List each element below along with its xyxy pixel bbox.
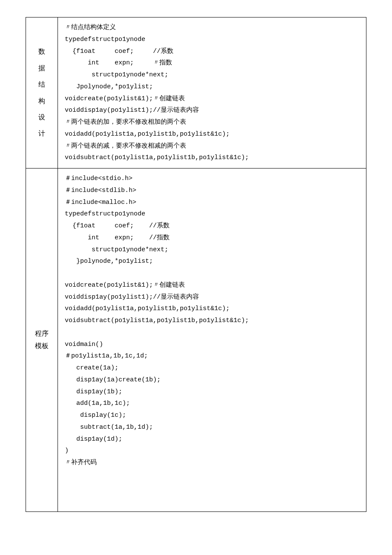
code-line: voidadd(po1ylist1a,po1ylist1b,po1ylist&1…	[65, 305, 230, 312]
bottom-spacer	[65, 469, 359, 507]
row2-content-cell: ＃include<stdio.h> ＃include<stdlib.h> ＃in…	[58, 169, 366, 512]
code-line: ＃include<stdio.h>	[65, 175, 133, 182]
label-char: 据	[31, 60, 52, 76]
label-char: 程序	[31, 328, 52, 340]
code-line: }polynode,*po1ylist;	[65, 258, 153, 265]
code-line: int expn; 〃指数	[65, 59, 172, 67]
code-line: voidcreate(po1ylist&1);〃创建链表	[65, 282, 185, 289]
code-line: voidcreate(po1ylist&1);〃创建链表	[65, 95, 185, 102]
code-line: 〃两个链表的加，要求不修改相加的两个表	[65, 119, 186, 126]
code-line: voiddisp1ay(po1ylist1);//显示链表内容	[65, 293, 199, 301]
label-char: 模板	[31, 340, 52, 352]
code-line: structpo1ynode*next;	[65, 246, 168, 253]
content-table: 数 据 结 构 设 计 〃结点结构体定义 typedefstructpo1yno…	[26, 17, 366, 512]
code-line: disp1ay(1b);	[65, 388, 122, 395]
code-line: disp1ay(1a)create(1b);	[65, 376, 161, 384]
code-line: voidsubtract(po1ylist1a,po1ylist1b,po1yl…	[65, 317, 249, 324]
code-line: voidsubtract(po1ylist1a,po1ylist1b,po1yl…	[65, 154, 249, 161]
code-line: display(1c);	[65, 412, 126, 419]
row2-label-cell: 程序 模板	[26, 169, 58, 512]
code-line: add(1a,1b,1c);	[65, 400, 130, 407]
code-line: typedefstructpo1ynode	[65, 36, 145, 43]
code-line: subtract(1a,1b,1d);	[65, 424, 153, 431]
label-char: 构	[31, 93, 52, 109]
label-char: 计	[31, 125, 52, 142]
code-line: ＃po1ylist1a,1b,1c,1d;	[65, 352, 148, 360]
code-line: ＃include<malloc.h>	[65, 199, 136, 206]
row1-label-cell: 数 据 结 构 设 计	[26, 17, 58, 169]
code-line: create(1a);	[65, 364, 118, 372]
code-line: typedefstructpo1ynode	[65, 210, 145, 218]
label-char: 设	[31, 109, 52, 125]
code-line: voidadd(po1ylist1a,po1ylist1b,po1ylist&1…	[65, 131, 230, 138]
code-line: disp1ay(1d);	[65, 436, 122, 443]
code-line: voiddisp1ay(po1ylist1);//显示链表内容	[65, 107, 199, 114]
table-row: 程序 模板 ＃include<stdio.h> ＃include<stdlib.…	[26, 169, 366, 512]
code-line: {f1oat coef; //系数	[65, 222, 170, 230]
code-line: structpo1ynode*next;	[65, 71, 168, 78]
code-line: {f1oat coef; //系数	[65, 48, 173, 55]
row1-content-cell: 〃结点结构体定义 typedefstructpo1ynode {f1oat co…	[58, 17, 366, 169]
code-line: Jpolynode,*po1ylist;	[65, 83, 153, 90]
label-char: 数	[31, 44, 52, 60]
label-char: 结	[31, 76, 52, 93]
document-page: 数 据 结 构 设 计 〃结点结构体定义 typedefstructpo1yno…	[26, 17, 366, 512]
code-line: 〃两个链表的减，要求不修改相减的两个表	[65, 142, 186, 150]
code-line: voidmain()	[65, 341, 103, 348]
table-row: 数 据 结 构 设 计 〃结点结构体定义 typedefstructpo1yno…	[26, 17, 366, 169]
code-line: )	[65, 447, 69, 454]
code-line: 〃结点结构体定义	[65, 24, 116, 31]
code-line: ＃include<stdlib.h>	[65, 187, 136, 194]
code-line: int expn; //指数	[65, 234, 170, 241]
code-line: 〃补齐代码	[65, 459, 97, 466]
